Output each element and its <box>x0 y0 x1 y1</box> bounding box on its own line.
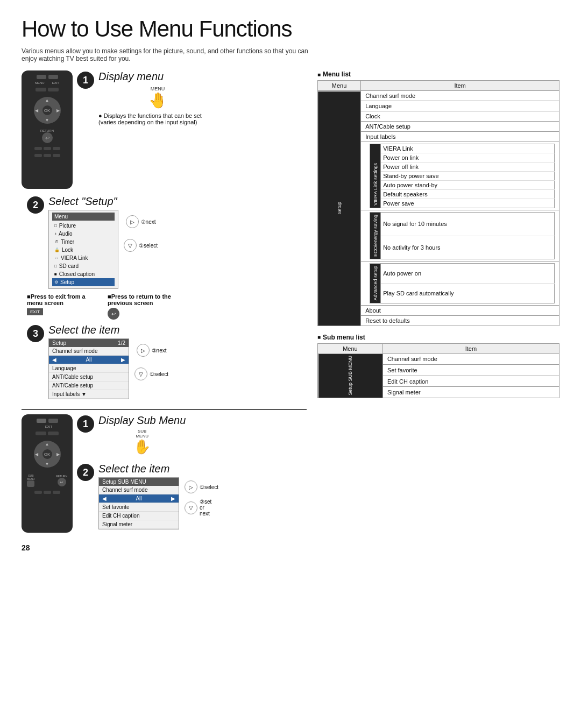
menu-item-audio: ♪ Audio <box>52 230 115 238</box>
press-return-note: ■Press to return to the previous screen … <box>108 293 178 320</box>
sub-menu-list-table: Menu Item Setup SUB MENU Channel surf mo… <box>317 343 559 399</box>
display-menu-note: Displays the functions that can be set (… <box>98 112 217 125</box>
menu-item-picture: □ Picture <box>52 222 115 230</box>
step1-display-menu: MENUEXIT ▲ ▼ ◀ ▶ OK <box>22 70 307 399</box>
item-auto-power: Auto power stand-by <box>381 181 555 190</box>
remote-ok-btn-bottom: OK <box>42 449 52 459</box>
table-row: Setup Channel surf mode <box>318 91 559 101</box>
item-reset: Reset to defaults <box>361 315 559 326</box>
sub-item-set-fav: Set favorite <box>382 365 559 376</box>
remote-bottom-btns <box>34 147 60 150</box>
remote-return-btn-bottom: ↩ <box>58 478 66 486</box>
nav-circle-sub2: ▽ <box>185 501 197 514</box>
item-channel-surf: Channel surf mode <box>361 91 559 101</box>
item-default-speakers: Default speakers <box>381 190 555 199</box>
intro-text: Various menus allow you to make settings… <box>22 47 312 62</box>
item-power-off: Power off link <box>381 162 555 172</box>
select-arrow-sub: ▷ ①select <box>185 480 218 493</box>
nav-circle: ▷ <box>126 215 139 228</box>
hand-menu-icon: 🤚 <box>148 91 167 109</box>
set-arrow-sub: ▽ ②set or next <box>185 499 211 517</box>
item-power-on: Power on link <box>381 153 555 162</box>
viera-section-label: VIERA Link settings <box>370 144 381 208</box>
item-play-sd: Play SD card automatically <box>381 283 555 303</box>
sub-all-row: ◀ All ▶ <box>99 494 179 503</box>
remote-illustration-bottom: EXIT ▲ ▼ ◀ ▶ OK <box>22 414 73 533</box>
table-row: Setup SUB MENU Channel surf mode <box>318 354 559 365</box>
item-eco-group: ECO/energy saving No signal for 10 minut… <box>361 210 559 261</box>
sub-col-menu: Menu <box>318 343 383 354</box>
sub-menu-btn <box>27 480 34 487</box>
item-auto-power-on: Auto power on <box>381 264 555 284</box>
language-row: Language <box>49 364 129 373</box>
step-number-3: 3 <box>27 325 44 342</box>
remote-dpad-bottom: ▲ ▼ ◀ ▶ OK <box>34 441 61 468</box>
sub-menu-header: Setup SUB MENU <box>99 478 179 486</box>
remote-dpad: ▲ ▼ ◀ ▶ OK <box>34 97 61 124</box>
exit-button-display: EXIT <box>27 308 43 315</box>
next-arrow-3: ▷ ②next <box>137 344 167 357</box>
left-column: MENUEXIT ▲ ▼ ◀ ▶ OK <box>22 70 307 552</box>
remote-return-btn: ↩ <box>42 132 53 143</box>
item-power-save: Power save <box>381 199 555 208</box>
hand-sub-icon: ✋ <box>133 439 151 455</box>
right-column: Menu list Menu Item Setup Channel surf m… <box>317 70 559 552</box>
select-arrow-3: ▽ ①select <box>134 367 168 380</box>
setup-menu-label: Setup <box>318 91 361 326</box>
input-labels-row: Input labels ▼ <box>49 390 129 399</box>
sub-step2: 2 Select the item Setup SUB MENU Chann <box>77 463 307 529</box>
remote-menu-btn <box>37 75 46 79</box>
step2-select-setup: 2 Select "Setup" Menu □ Picture ♪ Audio … <box>27 195 307 289</box>
next-arrow-2: ▷ ②next <box>126 215 156 228</box>
return-button-display: ↩ <box>108 308 119 320</box>
sub-item-signal: Signal meter <box>382 387 559 398</box>
menu-item-cc: ■ Closed caption <box>52 270 115 278</box>
channel-surf-row: Channel surf mode <box>49 347 129 356</box>
remote-illustration-top: MENUEXIT ▲ ▼ ◀ ▶ OK <box>22 70 73 189</box>
item-no-activity: No activity for 3 hours <box>381 236 555 259</box>
nav-circle-3: ▷ <box>137 344 150 357</box>
nav-circle-2: ▽ <box>124 239 137 252</box>
sub-menu-main-label: Setup SUB MENU <box>318 354 383 398</box>
menu-item-timer: ⏱ Timer <box>52 238 115 246</box>
remote-mid-btns <box>36 88 59 91</box>
sub-channel-row: Channel surf mode <box>99 486 179 494</box>
step3-title: Select the item <box>48 324 307 336</box>
eco-section-label: ECO/energy saving <box>370 213 381 259</box>
sub-menu-btn-label: SUBMENU <box>136 429 148 439</box>
menu-item-sd: □ SD card <box>52 262 115 270</box>
advanced-section-label: Advanced setup <box>370 264 381 303</box>
menu-list-title: Menu list <box>317 70 559 78</box>
item-clock: Clock <box>361 111 559 122</box>
menu-item-setup: ⚙ Setup <box>52 278 115 286</box>
item-ant: ANT/Cable setup <box>361 122 559 132</box>
menu-label: MENU <box>151 86 165 91</box>
item-about: About <box>361 305 559 315</box>
setup-select-menu-box: Menu □ Picture ♪ Audio ⏱ Timer 🔒 Lock ↔ … <box>48 210 118 289</box>
sub-item-edit-ch: Edit CH caption <box>382 376 559 387</box>
remote-ok-btn: OK <box>42 105 52 115</box>
press-exit-note: ■Press to exit from a menu screen EXIT <box>27 293 97 320</box>
item-viera-link: VIERA Link settings VIERA Link Power on … <box>361 142 559 210</box>
page-title: How to Use Menu Functions <box>22 16 559 42</box>
sub-step1-title: Display Sub Menu <box>98 414 186 427</box>
display-sub-menu-group: EXIT ▲ ▼ ◀ ▶ OK <box>22 414 307 533</box>
menu-box-header: Menu <box>52 213 115 221</box>
remote-btn-labels: MENUEXIT <box>35 81 59 84</box>
item-advanced-group: Advanced setup Auto power on Play SD car… <box>361 261 559 306</box>
item-language: Language <box>361 101 559 111</box>
select-item-menu-box: Setup 1/2 Channel surf mode ◀ All ▶ Lang… <box>48 338 129 399</box>
setup-header: Setup 1/2 <box>49 339 129 347</box>
sub-step1: 1 Display Sub Menu SUBMENU ✋ <box>77 414 307 457</box>
item-input-labels: Input labels <box>361 132 559 142</box>
step2-title: Select "Setup" <box>48 195 307 208</box>
sub-col-item: Item <box>382 343 559 354</box>
section-divider <box>22 409 307 410</box>
remote-exit-btn <box>48 75 58 79</box>
ant-row: ANT/Cable setup <box>49 381 129 390</box>
step-number-1: 1 <box>77 72 94 89</box>
select-arrow-2: ▽ ①select <box>124 239 158 252</box>
menu-item-viera: ↔ VIERA Link <box>52 254 115 262</box>
step-number-2a: 2 <box>27 196 44 214</box>
item-standby-power: Stand-by power save <box>381 172 555 181</box>
